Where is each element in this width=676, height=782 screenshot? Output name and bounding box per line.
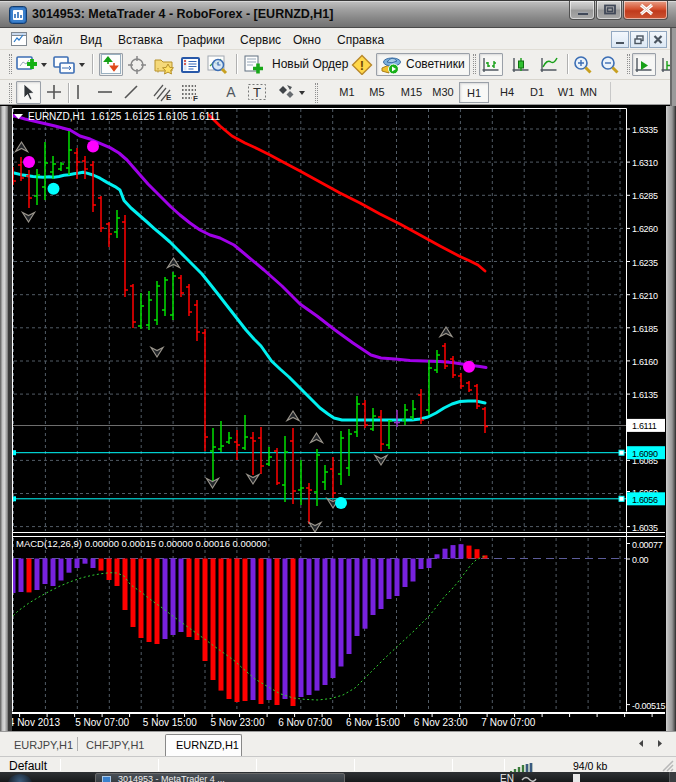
svg-text:0.00: 0.00 (632, 555, 649, 565)
svg-text:1.6111: 1.6111 (632, 421, 657, 431)
svg-text:4 Nov 2013: 4 Nov 2013 (9, 717, 61, 728)
svg-text:A: A (226, 84, 236, 100)
svg-text:1.6090: 1.6090 (632, 449, 658, 459)
svg-text:1.6056: 1.6056 (632, 495, 658, 505)
svg-text:1.6160: 1.6160 (632, 357, 658, 367)
svg-text:MACD(12,26,9) 0.00000 0.00015: MACD(12,26,9) 0.00000 0.00015 0.00000 0.… (16, 538, 267, 549)
svg-text:6 Nov 23:00: 6 Nov 23:00 (414, 717, 468, 728)
svg-text:!: ! (360, 58, 364, 73)
svg-text:1.6210: 1.6210 (632, 291, 658, 301)
svg-text:1.6035: 1.6035 (632, 523, 658, 533)
svg-text:1.6310: 1.6310 (632, 158, 658, 168)
svg-text:5 Nov 23:00: 5 Nov 23:00 (211, 717, 265, 728)
svg-text:EURNZD,H1 1.6125 1.6125 1.610: EURNZD,H1 1.6125 1.6125 1.6105 1.6111 (28, 111, 220, 122)
svg-text:6 Nov 15:00: 6 Nov 15:00 (346, 717, 400, 728)
svg-text:6 Nov 07:00: 6 Nov 07:00 (278, 717, 332, 728)
svg-text:7 Nov 07:00: 7 Nov 07:00 (481, 717, 535, 728)
svg-text:0.00077: 0.00077 (632, 540, 663, 550)
svg-text:1.6185: 1.6185 (632, 324, 658, 334)
svg-text:F: F (193, 94, 198, 102)
svg-text:E: E (166, 93, 172, 102)
svg-text:-0.00515: -0.00515 (632, 701, 665, 711)
svg-text:1.6135: 1.6135 (632, 390, 658, 400)
svg-text:1.6285: 1.6285 (632, 191, 658, 201)
svg-text:1.6260: 1.6260 (632, 224, 658, 234)
svg-text:1.6335: 1.6335 (632, 125, 658, 135)
svg-text:T: T (253, 85, 261, 100)
svg-text:5 Nov 15:00: 5 Nov 15:00 (143, 717, 197, 728)
svg-text:1.6235: 1.6235 (632, 258, 658, 268)
svg-text:5 Nov 07:00: 5 Nov 07:00 (75, 717, 129, 728)
